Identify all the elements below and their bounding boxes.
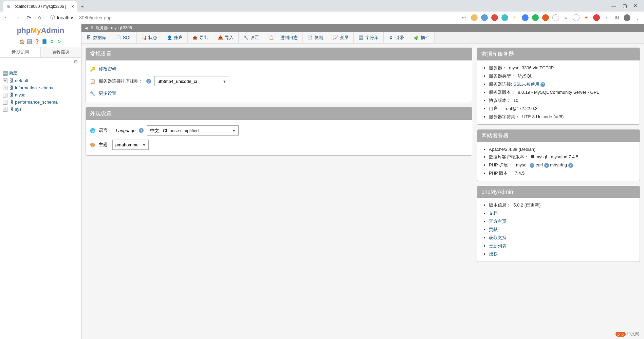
reload-button[interactable]: ⟳: [25, 14, 32, 21]
url-bar: ← → ⟳ ⌂ ⓘ localhost:8080/index.php ☆ ℕ ∞…: [0, 12, 644, 24]
expand-icon[interactable]: +: [3, 78, 7, 83]
key-icon[interactable]: ⚿: [613, 14, 620, 21]
ext-icon[interactable]: [552, 14, 559, 21]
database-icon: 🗄: [9, 100, 14, 105]
list-item: 版本信息： 5.0.2 (已更新): [489, 201, 636, 209]
tab-engines[interactable]: ⚙引擎: [384, 32, 409, 43]
nav-settings-icon[interactable]: ⚙: [49, 39, 55, 44]
sidebar-tab-favorites[interactable]: 表收藏夹: [41, 47, 81, 57]
wrench-icon: 🔧: [243, 35, 248, 40]
language-select[interactable]: 中文 - Chinese simplified: [147, 125, 239, 136]
tab-import[interactable]: 📥导入: [213, 32, 239, 43]
avatar-icon[interactable]: [624, 14, 630, 21]
ext-icon[interactable]: [593, 14, 600, 21]
tab-charsets[interactable]: 🔤字符集: [354, 32, 384, 43]
minimize-button[interactable]: —: [611, 3, 616, 8]
menu-icon[interactable]: ⋮: [634, 14, 641, 21]
expand-icon[interactable]: +: [3, 107, 7, 112]
tree-db-item[interactable]: + 🗄 default: [2, 77, 79, 84]
pma-link-changes[interactable]: 更新列表: [489, 243, 507, 248]
theme-label: 主题:: [99, 142, 109, 148]
home-icon[interactable]: 🏠: [19, 39, 25, 44]
tree-db-item[interactable]: + 🗄 mysql: [2, 91, 79, 99]
ext-icon[interactable]: [573, 14, 579, 21]
expand-icon[interactable]: +: [3, 86, 7, 90]
help-icon[interactable]: ?: [139, 128, 144, 133]
tab-variables[interactable]: 📈变量: [328, 32, 354, 43]
ext-icon[interactable]: [471, 14, 478, 21]
tab-settings[interactable]: 🔧设置: [239, 32, 264, 43]
pma-link-home[interactable]: 官方主页: [489, 219, 507, 224]
ext-icon[interactable]: ⩔: [603, 14, 610, 21]
pma-link-contribute[interactable]: 贡献: [489, 227, 498, 232]
maximize-button[interactable]: ▢: [622, 3, 627, 8]
sidebar-tabs: 近期访问 表收藏夹: [0, 47, 81, 58]
ext-icon[interactable]: [501, 14, 508, 21]
favicon-icon: 🐘: [6, 4, 12, 9]
change-password-link[interactable]: 修改密码: [99, 66, 116, 72]
forward-button[interactable]: →: [14, 14, 21, 21]
help-icon[interactable]: ?: [530, 163, 534, 168]
collapse-icon[interactable]: ⊟: [71, 58, 81, 66]
tab-replication[interactable]: 📑复制: [303, 32, 328, 43]
ext-icon[interactable]: [532, 14, 539, 21]
tab-export[interactable]: 📤导出: [188, 32, 213, 43]
ext-icon[interactable]: [522, 14, 529, 21]
sidebar-tab-recent[interactable]: 近期访问: [0, 47, 41, 57]
docs-icon[interactable]: ❓: [34, 39, 40, 44]
tab-sql[interactable]: 📄SQL: [111, 32, 137, 43]
help-icon[interactable]: ?: [544, 163, 549, 168]
tab-plugins[interactable]: 🧩插件: [409, 32, 435, 43]
ext-icon[interactable]: [491, 14, 498, 21]
tab-binlog[interactable]: 📋二进制日志: [264, 32, 303, 43]
settings-icon[interactable]: 📘: [42, 39, 47, 44]
ext-icon[interactable]: ℕ: [512, 14, 518, 21]
pma-link-support[interactable]: 获取支持: [489, 235, 507, 240]
palette-icon: 🎨: [90, 142, 95, 147]
pma-link-docs[interactable]: 文档: [489, 211, 498, 216]
tab-accounts[interactable]: 👤账户: [162, 32, 188, 43]
ext-icon[interactable]: ✦: [583, 14, 590, 21]
close-window-button[interactable]: ✕: [633, 3, 638, 8]
database-icon: 🗄: [86, 35, 91, 40]
tree-db-item[interactable]: + 🗄 information_schema: [2, 84, 79, 91]
ssl-warning-link[interactable]: SSL未被使用: [513, 82, 539, 87]
sidebar: phpMyAdmin 🏠 🔚 ❓ 📘 ⚙ ↻ 近期访问 表收藏夹 ⊟ 🆕 新建 …: [0, 24, 81, 339]
list-item: Apache/2.4.38 (Debian): [489, 146, 636, 153]
ext-icon[interactable]: [481, 14, 488, 21]
ext-icon[interactable]: [542, 14, 549, 21]
browser-tab[interactable]: 🐘 localhost:8080 / mysql:3306 | ×: [3, 1, 77, 12]
site-info-icon[interactable]: ⓘ: [50, 15, 55, 21]
appearance-panel: 外观设置 🌐 语言 - Language ? 中文 - Chinese simp…: [86, 107, 472, 156]
theme-select[interactable]: pmahomme: [112, 140, 149, 150]
collation-select[interactable]: utf8mb4_unicode_ci: [154, 76, 229, 86]
server-value: mysql:3306: [111, 25, 132, 30]
list-item: 更新列表: [489, 242, 636, 250]
url-field[interactable]: ⓘ localhost:8080/index.php: [47, 13, 115, 22]
new-tab-button[interactable]: +: [77, 2, 87, 12]
tree-new-db[interactable]: 🆕 新建: [2, 69, 79, 77]
back-button[interactable]: ←: [3, 14, 10, 21]
tab-databases[interactable]: 🗄数据库: [81, 32, 111, 43]
ext-icon[interactable]: ∞: [563, 14, 569, 21]
help-icon[interactable]: ?: [540, 82, 545, 87]
close-tab-icon[interactable]: ×: [71, 4, 74, 9]
home-button[interactable]: ⌂: [36, 14, 43, 21]
tree-db-item[interactable]: + 🗄 sys: [2, 106, 79, 113]
list-item: 数据库客户端版本： libmysql - mysqlnd 7.4.5: [489, 153, 636, 161]
collation-label: 服务器连接排序规则：: [99, 78, 143, 84]
expand-icon[interactable]: +: [3, 100, 7, 105]
star-icon[interactable]: ☆: [461, 14, 467, 21]
more-settings-link[interactable]: 更多设置: [99, 90, 116, 96]
collapse-left-icon[interactable]: ◀: [85, 26, 88, 30]
help-icon[interactable]: ?: [146, 79, 151, 84]
pma-link-license[interactable]: 授权: [489, 251, 498, 256]
tree-db-item[interactable]: + 🗄 performance_schema: [2, 99, 79, 106]
help-icon[interactable]: ?: [568, 163, 573, 168]
tab-status[interactable]: 📊状态: [137, 32, 162, 43]
logout-icon[interactable]: 🔚: [27, 39, 32, 44]
reload-icon[interactable]: ↻: [57, 39, 62, 44]
database-icon: 🗄: [9, 86, 14, 90]
expand-icon[interactable]: +: [3, 93, 7, 97]
phpmyadmin-logo[interactable]: phpMyAdmin: [0, 24, 81, 37]
